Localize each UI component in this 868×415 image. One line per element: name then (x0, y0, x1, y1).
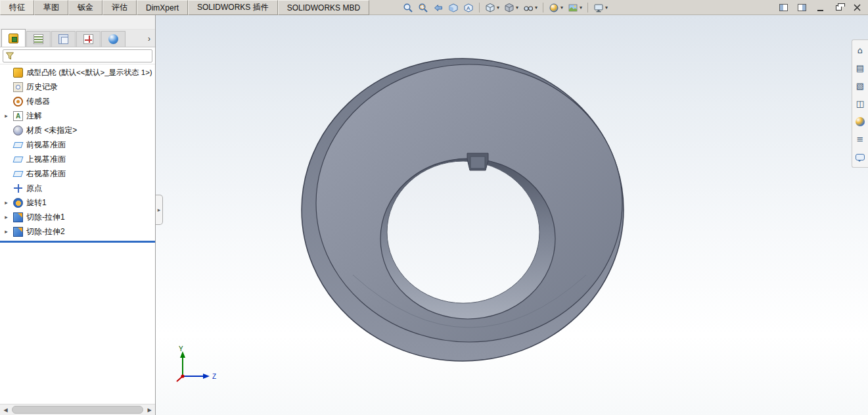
ribbon-tab-sketch[interactable]: 草图 (34, 0, 68, 15)
toggle-left-pane-button[interactable] (777, 2, 789, 14)
tab-propertymanager[interactable] (26, 31, 51, 47)
tree-item-history[interactable]: 历史记录 (0, 80, 155, 94)
tree-item-label: 注解 (26, 110, 42, 122)
file-explorer-icon: ▧ (856, 82, 864, 90)
expand-arrow-icon[interactable]: ▸ (3, 228, 10, 235)
view-palette-icon: ◫ (856, 99, 864, 108)
x-axis-dot (181, 374, 184, 378)
displaymanager-icon (108, 34, 118, 44)
pane-right-icon (798, 4, 806, 11)
solidworks-window: Y Z 特征 草图 钣金 评估 DimXpert SOLIDWORKS 插件 S… (0, 0, 868, 415)
tab-displaymanager[interactable] (101, 31, 126, 47)
panel-flyout-handle[interactable]: ▸ (156, 195, 163, 225)
expand-arrow-icon[interactable]: ▸ (3, 214, 10, 220)
tab-configurationmanager[interactable] (51, 31, 76, 47)
cam-bore-hole (387, 161, 539, 303)
minimize-button[interactable] (814, 2, 826, 14)
ribbon-tab-dimxpert[interactable]: DimXpert (137, 0, 188, 15)
display-style-icon (504, 3, 514, 13)
tree-item-front-plane[interactable]: 前视基准面 (0, 137, 155, 152)
dynamic-annotation-views-button[interactable]: A (461, 1, 476, 14)
tree-item-label: 历史记录 (26, 82, 58, 93)
tree-item-sensors[interactable]: 传感器 (0, 94, 155, 109)
sensors-icon (13, 97, 23, 107)
toolbar-separator (543, 3, 543, 12)
edit-appearance-button[interactable]: ▾ (547, 1, 565, 14)
view-palette-button[interactable]: ◫ (854, 97, 867, 110)
tree-item-origin[interactable]: 原点 (0, 181, 155, 195)
plane-icon (13, 140, 23, 150)
tree-item-annotations[interactable]: ▸ 注解 (0, 109, 155, 123)
zoom-fit-icon (403, 3, 413, 13)
material-icon (13, 126, 23, 135)
ribbon-tab-bar: 特征 草图 钣金 评估 DimXpert SOLIDWORKS 插件 SOLID… (0, 0, 868, 15)
tab-featuremanager-design-tree[interactable] (1, 29, 26, 47)
restore-button[interactable] (833, 2, 844, 14)
rollback-bar[interactable] (0, 241, 155, 243)
tree-root-part[interactable]: 成型凸轮 (默认<<默认>_显示状态 1>) (0, 65, 155, 80)
solidworks-forum-button[interactable] (854, 151, 867, 163)
coordinate-triad: Y Z (169, 344, 228, 400)
graphics-area[interactable]: Y Z (156, 15, 868, 415)
dropdown-caret: ▾ (516, 5, 518, 11)
appearances-scenes-button[interactable] (854, 115, 867, 128)
tree-item-revolve1[interactable]: ▸ 旋转1 (0, 195, 155, 210)
tree-item-right-plane[interactable]: 右视基准面 (0, 166, 155, 181)
svg-text:A: A (467, 5, 470, 11)
dropdown-caret: ▾ (560, 5, 563, 11)
zoom-fit-button[interactable] (401, 1, 415, 14)
tree-item-top-plane[interactable]: 上视基准面 (0, 152, 155, 166)
expand-arrow-icon[interactable]: ▸ (3, 112, 10, 119)
tree-item-label: 材质 <未指定> (26, 125, 77, 136)
close-icon (854, 4, 861, 11)
expand-arrow-icon[interactable]: ▸ (3, 199, 10, 206)
custom-properties-button[interactable]: ≡ (854, 133, 867, 145)
panel-horizontal-scrollbar[interactable]: ◀ ▶ (0, 404, 155, 415)
edit-appearance-icon (549, 3, 559, 13)
y-axis-label: Y (179, 345, 183, 353)
minimize-icon (817, 10, 823, 11)
tree-item-material[interactable]: 材质 <未指定> (0, 123, 155, 137)
plane-icon (13, 155, 23, 164)
cut-extrude-feature-icon (13, 227, 23, 237)
ribbon-tab-solidworks-addins[interactable]: SOLIDWORKS 插件 (188, 0, 278, 15)
history-folder-icon (13, 82, 23, 92)
scroll-right-button[interactable]: ▶ (144, 404, 155, 415)
ribbon-tab-solidworks-mbd[interactable]: SOLIDWORKS MBD (278, 0, 369, 15)
close-button[interactable] (851, 2, 863, 14)
zoom-to-area-button[interactable] (416, 1, 430, 14)
dropdown-caret: ▾ (580, 5, 582, 11)
apply-scene-button[interactable]: ▾ (566, 1, 584, 14)
previous-view-button[interactable] (431, 1, 445, 14)
hide-show-items-icon (523, 3, 534, 13)
solidworks-resources-home-button[interactable]: ⌂ (854, 44, 867, 57)
view-orientation-button[interactable]: ▾ (483, 1, 501, 14)
tree-item-cut-extrude2[interactable]: ▸ 切除-拉伸2 (0, 224, 155, 239)
display-style-button[interactable]: ▾ (502, 1, 520, 14)
cam-keyway-floor (470, 157, 485, 168)
origin-icon (13, 183, 23, 193)
tree-item-label: 切除-拉伸1 (26, 212, 65, 223)
tree-item-label: 原点 (26, 183, 42, 194)
dropdown-caret: ▾ (497, 5, 499, 11)
design-library-icon: ▤ (856, 64, 864, 72)
revolve-feature-icon (13, 198, 23, 208)
ribbon-tab-sheet-metal[interactable]: 钣金 (68, 0, 103, 15)
scroll-left-button[interactable]: ◀ (0, 404, 11, 415)
hide-show-items-button[interactable]: ▾ (521, 1, 539, 14)
tree-filter-input[interactable] (16, 51, 150, 61)
section-view-button[interactable] (446, 1, 461, 14)
cam-model-3d[interactable] (156, 15, 868, 415)
tree-item-cut-extrude1[interactable]: ▸ 切除-拉伸1 (0, 210, 155, 224)
tab-dimxpertmanager[interactable] (76, 31, 101, 47)
file-explorer-button[interactable]: ▧ (854, 80, 867, 92)
view-settings-button[interactable]: ▾ (591, 1, 610, 14)
panel-tabs-overflow-button[interactable]: › (148, 34, 150, 43)
annotations-icon (13, 111, 23, 121)
featuremanager-tree-icon (9, 34, 18, 43)
ribbon-tab-features[interactable]: 特征 (0, 0, 34, 15)
toggle-right-pane-button[interactable] (796, 2, 808, 14)
scrollbar-thumb[interactable] (12, 406, 143, 414)
ribbon-tab-evaluate[interactable]: 评估 (103, 0, 137, 15)
design-library-button[interactable]: ▤ (854, 62, 867, 74)
